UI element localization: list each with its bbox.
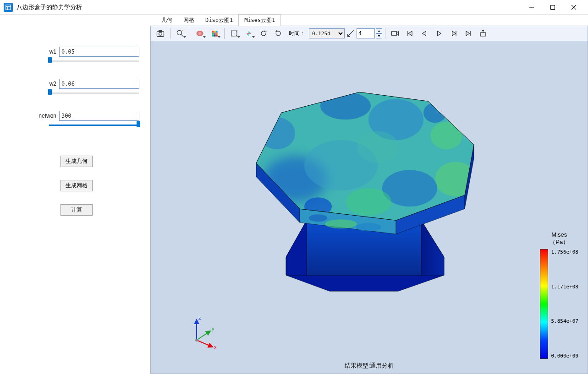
titlebar: 八边形盒子的静力学分析 bbox=[0, 0, 588, 15]
snapshot-button[interactable] bbox=[154, 27, 167, 39]
param-w1-row: w1 bbox=[37, 47, 139, 57]
svg-point-50 bbox=[346, 188, 391, 216]
tab-mises-contour[interactable]: Mises云图1 bbox=[238, 14, 281, 26]
svg-rect-16 bbox=[212, 33, 214, 34]
last-frame-button[interactable] bbox=[462, 27, 475, 39]
compute-button[interactable]: 计算 bbox=[60, 204, 93, 216]
maximize-button[interactable] bbox=[542, 0, 563, 14]
svg-rect-22 bbox=[231, 31, 237, 36]
svg-point-44 bbox=[320, 92, 371, 119]
param-w1-input[interactable] bbox=[59, 47, 139, 57]
param-newton-label: netwon bbox=[37, 113, 56, 119]
legend-title-line2: （Pa） bbox=[550, 238, 569, 246]
minimize-button[interactable] bbox=[521, 0, 542, 14]
close-button[interactable] bbox=[563, 0, 584, 14]
svg-rect-4 bbox=[551, 5, 555, 9]
generate-mesh-button[interactable]: 生成网格 bbox=[60, 180, 93, 191]
svg-rect-20 bbox=[214, 35, 215, 37]
legend-tick: 1.756e+08 bbox=[551, 249, 578, 255]
tab-disp-contour[interactable]: Disp云图1 bbox=[200, 15, 238, 26]
param-w2-input[interactable] bbox=[59, 79, 139, 89]
rotate-cw-button[interactable] bbox=[271, 27, 285, 39]
frame-up-button[interactable]: ▲ bbox=[376, 28, 382, 33]
sidebar: w1 w2 netwon 生成几何 生成网格 计算 bbox=[0, 15, 150, 374]
svg-rect-19 bbox=[212, 35, 214, 37]
viewport-area: 几何 网格 Disp云图1 Mises云图1 bbox=[150, 15, 588, 374]
svg-marker-34 bbox=[421, 220, 444, 275]
svg-point-52 bbox=[423, 103, 446, 123]
svg-line-11 bbox=[181, 34, 183, 37]
svg-rect-0 bbox=[6, 5, 11, 10]
play-button[interactable] bbox=[432, 27, 446, 39]
legend-tick: 0.000e+00 bbox=[551, 353, 578, 359]
frame-spinner: ▲ ▼ bbox=[376, 28, 382, 38]
app-icon bbox=[4, 3, 13, 12]
svg-line-59 bbox=[197, 331, 210, 340]
svg-rect-15 bbox=[216, 31, 218, 33]
legend-title: Mises （Pa） bbox=[550, 231, 569, 246]
color-legend: Mises （Pa） 1.756e+08 1.171e+08 5.854e+07… bbox=[540, 231, 578, 359]
window-controls bbox=[521, 0, 584, 14]
frame-down-button[interactable]: ▼ bbox=[376, 33, 382, 38]
colormap-button[interactable] bbox=[208, 27, 221, 39]
titlebar-left: 八边形盒子的静力学分析 bbox=[4, 3, 82, 12]
param-w1-slider[interactable] bbox=[49, 60, 139, 64]
rotate-ccw-button[interactable] bbox=[257, 27, 270, 39]
action-buttons: 生成几何 生成网格 计算 bbox=[60, 156, 93, 216]
model-render bbox=[226, 74, 501, 304]
svg-rect-17 bbox=[214, 33, 215, 34]
svg-point-53 bbox=[357, 131, 398, 163]
3d-viewport[interactable]: Mises （Pa） 1.756e+08 1.171e+08 5.854e+07… bbox=[150, 41, 588, 374]
generate-geometry-button[interactable]: 生成几何 bbox=[60, 156, 93, 167]
first-frame-button[interactable] bbox=[403, 27, 417, 39]
tab-mesh[interactable]: 网格 bbox=[178, 15, 200, 26]
svg-point-61 bbox=[195, 339, 198, 341]
svg-point-10 bbox=[177, 30, 181, 35]
window-title: 八边形盒子的静力学分析 bbox=[16, 3, 82, 11]
svg-point-46 bbox=[430, 122, 462, 149]
svg-rect-21 bbox=[216, 35, 218, 37]
legend-colorbar bbox=[540, 249, 548, 359]
record-button[interactable] bbox=[388, 27, 402, 39]
tabs: 几何 网格 Disp云图1 Mises云图1 bbox=[150, 15, 588, 26]
param-newton-input[interactable] bbox=[59, 111, 139, 121]
toolbar-separator bbox=[224, 28, 225, 39]
toolbar-separator bbox=[170, 28, 170, 39]
prev-frame-button[interactable] bbox=[418, 27, 431, 39]
frame-input[interactable] bbox=[357, 28, 375, 38]
toolbar-separator bbox=[190, 28, 190, 39]
legend-title-line1: Mises bbox=[550, 231, 569, 238]
svg-rect-14 bbox=[214, 31, 215, 33]
scale-icon bbox=[346, 27, 356, 39]
svg-point-55 bbox=[325, 219, 357, 228]
orientation-button[interactable] bbox=[242, 27, 256, 39]
svg-point-57 bbox=[309, 214, 327, 222]
legend-tick: 1.171e+08 bbox=[551, 284, 578, 290]
time-select[interactable]: 0.1254 bbox=[309, 28, 345, 38]
svg-rect-18 bbox=[216, 33, 218, 34]
svg-rect-9 bbox=[159, 30, 162, 32]
legend-ticks: 1.756e+08 1.171e+08 5.854e+07 0.000e+00 bbox=[551, 249, 578, 359]
display-mode-button[interactable] bbox=[193, 27, 207, 39]
svg-rect-13 bbox=[212, 31, 214, 33]
svg-marker-35 bbox=[286, 220, 307, 275]
export-button[interactable] bbox=[476, 27, 490, 39]
svg-point-56 bbox=[356, 223, 381, 231]
axis-x-label: x bbox=[214, 344, 217, 350]
zoom-button[interactable] bbox=[173, 27, 187, 39]
time-label: 时间： bbox=[289, 30, 305, 38]
fit-view-button[interactable] bbox=[227, 27, 241, 39]
param-w2-row: w2 bbox=[37, 79, 139, 89]
next-frame-button[interactable] bbox=[447, 27, 461, 39]
svg-point-12 bbox=[197, 31, 203, 36]
tab-geometry[interactable]: 几何 bbox=[156, 15, 178, 26]
svg-line-60 bbox=[197, 340, 213, 347]
param-w2-slider[interactable] bbox=[49, 92, 139, 96]
legend-tick: 5.854e+07 bbox=[551, 318, 578, 324]
param-newton-row: netwon bbox=[37, 111, 139, 121]
toolbar-separator bbox=[385, 28, 385, 39]
param-newton-slider[interactable] bbox=[49, 124, 139, 128]
param-w2-label: w2 bbox=[37, 81, 56, 87]
param-w1-label: w1 bbox=[37, 49, 56, 55]
status-text: 结果模型:通用分析 bbox=[345, 362, 394, 370]
